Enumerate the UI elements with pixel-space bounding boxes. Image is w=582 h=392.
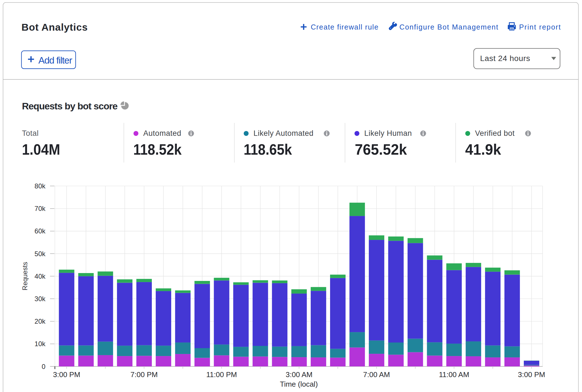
svg-text:765.52k: 765.52k [355,141,407,158]
svg-text:11:00 AM: 11:00 AM [439,370,469,379]
svg-text:Last 24 hours: Last 24 hours [480,54,530,63]
svg-text:Configure Bot Management: Configure Bot Management [400,23,499,31]
svg-text:Create firewall rule: Create firewall rule [311,23,379,31]
svg-text:20k: 20k [35,317,46,325]
svg-text:Total: Total [22,129,39,138]
svg-text:118.52k: 118.52k [133,141,182,158]
svg-text:60k: 60k [35,227,46,235]
svg-text:11:00 PM: 11:00 PM [206,370,237,379]
svg-text:7:00 PM: 7:00 PM [130,370,158,379]
svg-text:30k: 30k [35,295,46,303]
svg-text:Automated: Automated [143,129,181,138]
svg-text:50k: 50k [35,250,46,258]
svg-text:Verified bot: Verified bot [475,129,515,138]
svg-text:41.9k: 41.9k [465,141,501,158]
svg-text:Requests: Requests [21,262,29,290]
svg-text:3:00 PM: 3:00 PM [53,370,80,379]
svg-text:Requests by bot score: Requests by bot score [22,101,118,111]
svg-text:Time (local): Time (local) [280,380,318,388]
svg-text:1.04M: 1.04M [22,141,60,158]
svg-text:118.65k: 118.65k [244,141,292,158]
svg-text:0: 0 [42,363,45,370]
svg-text:Likely Automated: Likely Automated [254,129,314,138]
svg-text:70k: 70k [35,205,46,212]
svg-text:Print report: Print report [519,23,561,31]
svg-text:3:00 AM: 3:00 AM [286,370,312,379]
svg-text:Likely Human: Likely Human [364,129,412,138]
svg-text:40k: 40k [35,272,46,280]
svg-text:Add filter: Add filter [39,55,72,66]
svg-text:3:00 PM: 3:00 PM [518,370,545,379]
svg-text:10k: 10k [35,340,46,348]
svg-text:80k: 80k [35,182,46,190]
svg-text:Bot Analytics: Bot Analytics [21,22,88,33]
svg-text:7:00 AM: 7:00 AM [363,370,390,379]
